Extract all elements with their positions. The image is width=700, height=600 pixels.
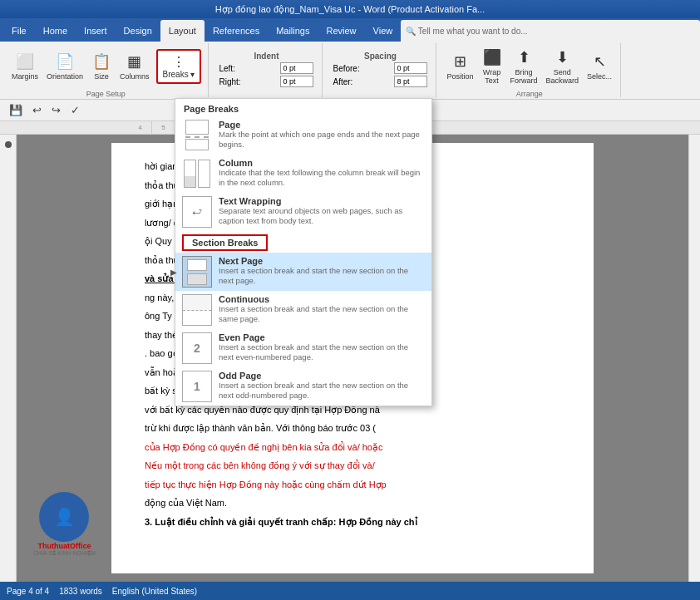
arrange-group: ⊞ Position ⬛ Wrap Text ⬆ Bring Forward ⬇…: [438, 43, 621, 97]
tab-home[interactable]: Home: [35, 20, 76, 42]
ruler-mark-5: 5: [152, 121, 175, 135]
text-wrapping-desc: Separate text around objects on web page…: [219, 206, 425, 227]
section-breaks-header: Section Breaks: [182, 234, 268, 251]
sidebar-marker: [5, 141, 12, 148]
ruler-mark-4: 4: [129, 121, 152, 135]
page-setup-label: Page Setup: [86, 90, 126, 98]
breaks-dropdown: Page Breaks Page Mark the point at which…: [175, 98, 432, 406]
margins-button[interactable]: ⬜ Margins: [8, 45, 42, 88]
page-break-desc: Mark the point at which one page ends an…: [219, 130, 425, 150]
spacing-before-input[interactable]: [394, 62, 427, 74]
select-button[interactable]: ↖ Selec...: [584, 45, 615, 88]
doc-para-18: động của Việt Nam.: [145, 496, 560, 510]
save-quick-button[interactable]: 💾: [7, 103, 25, 117]
next-page-item[interactable]: ▶ Next Page Insert a section break and s…: [175, 253, 431, 291]
page-break-content: Page Mark the point at which one page en…: [219, 120, 425, 150]
page-info: Page 4 of 4: [7, 587, 49, 596]
arrange-label: Arrange: [516, 90, 543, 98]
section-breaks-header-container: Section Breaks: [175, 231, 431, 253]
spacing-group: Spacing Before: After:: [324, 43, 436, 97]
tab-layout[interactable]: Layout: [160, 20, 205, 42]
even-page-content: Even Page Insert a section break and sta…: [219, 332, 425, 363]
word-count: 1833 words: [59, 587, 102, 596]
undo-button[interactable]: ↩: [30, 103, 44, 117]
redo-button[interactable]: ↪: [49, 103, 63, 117]
wrap-text-button[interactable]: ⬛ Wrap Text: [479, 45, 505, 88]
position-button[interactable]: ⊞ Position: [443, 45, 476, 88]
bring-forward-button[interactable]: ⬆ Bring Forward: [507, 45, 541, 88]
indent-header: Indent: [219, 52, 313, 61]
even-page-title: Even Page: [219, 332, 425, 342]
text-wrapping-icon: ⮐: [182, 196, 212, 228]
logo-circle: 👤: [39, 492, 89, 542]
spacing-after-input[interactable]: [394, 76, 427, 87]
tab-insert[interactable]: Insert: [76, 20, 116, 42]
logo-person-icon: 👤: [54, 507, 75, 527]
size-label: Size: [94, 72, 109, 81]
ribbon-toolbar: ⬜ Margins 📄 Orientation 📋 Size ▦ Columns…: [0, 42, 700, 100]
even-page-item[interactable]: 2 Even Page Insert a section break and s…: [175, 329, 431, 367]
indent-right-input[interactable]: [280, 76, 313, 87]
logo-area: 👤 ThuthuatOffice CHIA SẺ KINH NGHIỆM: [33, 492, 96, 557]
tab-file[interactable]: File: [3, 20, 35, 42]
doc-heading-2: 3. Luật điều chỉnh và giải quyết tranh c…: [145, 515, 560, 529]
page-break-item[interactable]: Page Mark the point at which one page en…: [175, 116, 431, 155]
size-button[interactable]: 📋 Size: [88, 45, 115, 88]
next-page-desc: Insert a section break and start the new…: [219, 266, 425, 287]
doc-para-16: Nếu một trong các bên không đồng ý với s…: [145, 459, 560, 473]
indent-right-label: Right:: [219, 77, 277, 86]
left-sidebar: [0, 135, 17, 582]
column-break-item[interactable]: Column Indicate that the text following …: [175, 155, 431, 193]
continuous-item[interactable]: Continuous Insert a section break and st…: [175, 291, 431, 329]
indent-left-input[interactable]: [280, 62, 313, 74]
odd-page-desc: Insert a section break and start the new…: [219, 381, 425, 401]
breaks-button[interactable]: ⋮ Breaks ▾: [156, 49, 202, 84]
tab-mailings[interactable]: Mailings: [268, 20, 318, 42]
position-icon: ⊞: [454, 52, 466, 71]
odd-page-item[interactable]: 1 Odd Page Insert a section break and st…: [175, 367, 431, 406]
text-wrapping-item[interactable]: ⮐ Text Wrapping Separate text around obj…: [175, 193, 431, 231]
bring-forward-label: Bring Forward: [510, 68, 538, 85]
indent-left-row: Left:: [219, 62, 313, 74]
check-button[interactable]: ✓: [68, 103, 82, 117]
column-break-content: Column Indicate that the text following …: [219, 158, 425, 189]
title-text: Hợp đồng lao động_Nam_Visa Uc - Word (Pr…: [215, 4, 485, 15]
spacing-before-row: Before:: [333, 62, 427, 74]
tab-view[interactable]: View: [365, 20, 402, 42]
logo-subtext: CHIA SẺ KINH NGHIỆM: [33, 550, 96, 557]
columns-icon: ▦: [127, 52, 141, 71]
right-panel: [688, 135, 700, 582]
continuous-title: Continuous: [219, 294, 425, 304]
tell-me-input[interactable]: 🔍 Tell me what you want to do...: [401, 20, 700, 42]
tab-design[interactable]: Design: [116, 20, 160, 42]
page-breaks-header: Page Breaks: [175, 99, 431, 116]
tab-references[interactable]: References: [205, 20, 268, 42]
select-icon: ↖: [594, 52, 606, 71]
even-page-icon: 2: [182, 332, 212, 364]
bring-forward-icon: ⬆: [518, 48, 530, 66]
wrap-text-icon: ⬛: [483, 48, 501, 66]
send-backward-label: Send Backward: [546, 68, 579, 85]
ribbon-tabs: File Home Insert Design Layout Reference…: [0, 18, 700, 42]
text-wrapping-content: Text Wrapping Separate text around objec…: [219, 196, 425, 227]
orientation-icon: 📄: [56, 52, 74, 71]
orientation-button[interactable]: 📄 Orientation: [43, 45, 86, 88]
even-page-desc: Insert a section break and start the new…: [219, 342, 425, 363]
doc-para-15: của Hợp Đồng có quyền đề nghị bên kia sử…: [145, 440, 560, 455]
send-backward-button[interactable]: ⬇ Send Backward: [543, 45, 583, 88]
doc-para-17: tiếp tục thực hiện Hợp Đồng này hoặc cùn…: [145, 478, 560, 492]
indent-spacing-group: Indent Left: Right:: [210, 43, 323, 97]
columns-button[interactable]: ▦ Columns: [116, 45, 153, 88]
breaks-label: Breaks ▾: [163, 70, 195, 79]
spacing-header: Spacing: [333, 52, 427, 61]
page-break-title: Page: [219, 120, 425, 130]
column-break-icon: [182, 158, 212, 189]
spacing-after-label: After:: [333, 77, 391, 86]
status-bar: Page 4 of 4 1833 words English (United S…: [0, 582, 700, 600]
indent-left-label: Left:: [219, 64, 277, 73]
tab-review[interactable]: Review: [318, 20, 365, 42]
margins-icon: ⬜: [16, 52, 34, 71]
doc-para-14: trừ khi được lập thành văn bản. Với thôn…: [145, 421, 560, 435]
continuous-desc: Insert a section break and start the new…: [219, 304, 425, 325]
column-break-title: Column: [219, 158, 425, 168]
